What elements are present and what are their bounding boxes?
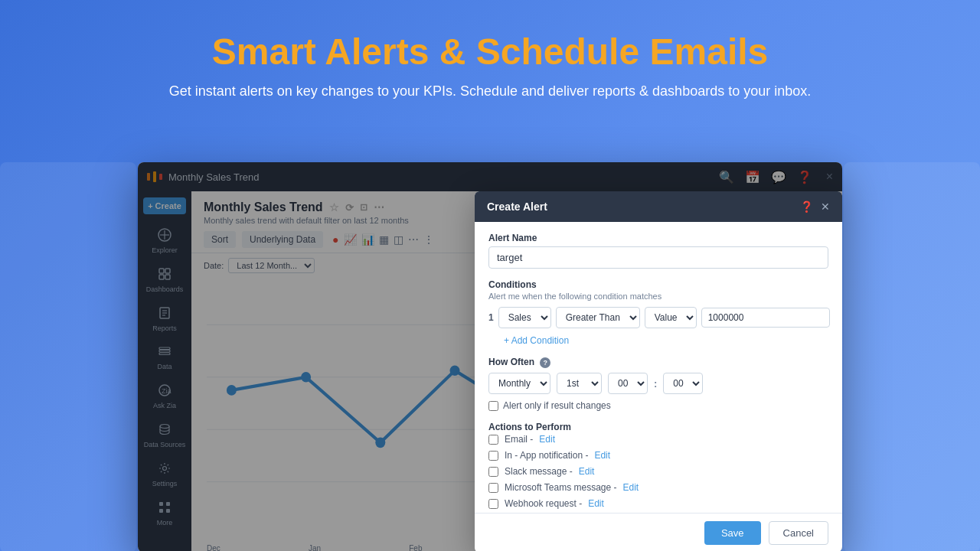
teams-label: Microsoft Teams message - <box>505 482 617 493</box>
teams-checkbox[interactable] <box>488 483 498 493</box>
inapp-edit-button[interactable]: Edit <box>594 450 610 461</box>
create-alert-modal: Create Alert ❓ ✕ Alert Name Conditions <box>475 191 842 551</box>
alert-only-checkbox[interactable] <box>488 401 498 411</box>
inapp-label: In - App notification - <box>505 450 588 461</box>
action-row-webhook: Webhook request - Edit <box>488 498 828 509</box>
page-header: Smart Alerts & Schedule Emails Get insta… <box>0 0 980 115</box>
page-subtitle: Get instant alerts on key changes to you… <box>15 83 965 99</box>
condition-value-input[interactable] <box>701 308 830 328</box>
alert-name-label: Alert Name <box>488 233 828 243</box>
conditions-section: Conditions Alert me when the following c… <box>488 279 828 346</box>
modal-header: Create Alert ❓ ✕ <box>475 191 842 222</box>
email-label: Email - <box>505 434 533 445</box>
modal-title: Create Alert <box>487 201 547 213</box>
modal-overlay: Create Alert ❓ ✕ Alert Name Conditions <box>138 191 842 551</box>
condition-operator-select[interactable]: Greater Than <box>556 307 640 328</box>
conditions-title: Conditions <box>488 279 828 290</box>
action-row-teams: Microsoft Teams message - Edit <box>488 482 828 493</box>
actions-title: Actions to Perform <box>488 422 828 432</box>
condition-number: 1 <box>488 312 494 323</box>
day-select[interactable]: 1st 2nd <box>557 373 602 394</box>
frequency-select[interactable]: Monthly Weekly Daily <box>488 373 550 394</box>
minute-select[interactable]: 00 15 <box>663 373 703 394</box>
action-row-email: Email - Edit <box>488 434 828 445</box>
condition-field-select[interactable]: Sales <box>498 307 551 328</box>
how-often-section: How Often ? Monthly Weekly Daily 1st <box>488 357 828 411</box>
teams-edit-button[interactable]: Edit <box>623 482 639 493</box>
condition-row-1: 1 Sales Greater Than Value <box>488 307 828 328</box>
alert-name-section: Alert Name <box>488 233 828 269</box>
slack-label: Slack message - <box>505 466 573 477</box>
slack-checkbox[interactable] <box>488 467 498 477</box>
alert-name-input[interactable] <box>488 246 828 269</box>
app-content: + Create Explorer Dashboards Reports <box>138 191 842 551</box>
webhook-checkbox[interactable] <box>488 499 498 509</box>
action-row-slack: Slack message - Edit <box>488 466 828 477</box>
cancel-button[interactable]: Cancel <box>769 521 828 545</box>
bg-panel-left <box>0 162 136 551</box>
time-separator: : <box>654 378 657 390</box>
email-checkbox[interactable] <box>488 435 498 445</box>
add-condition-button[interactable]: + Add Condition <box>504 335 569 346</box>
action-row-inapp: In - App notification - Edit <box>488 450 828 461</box>
inapp-checkbox[interactable] <box>488 451 498 461</box>
app-window: Monthly Sales Trend 🔍 📅 💬 ❓ × + Create E… <box>138 162 842 551</box>
modal-footer: Save Cancel <box>475 513 842 551</box>
how-often-row: Monthly Weekly Daily 1st 2nd 00 01 <box>488 373 828 394</box>
save-button[interactable]: Save <box>704 521 761 545</box>
alert-only-row: Alert only if result changes <box>488 400 828 411</box>
webhook-edit-button[interactable]: Edit <box>588 498 604 509</box>
condition-type-select[interactable]: Value <box>645 307 697 328</box>
how-often-help-icon[interactable]: ? <box>540 357 550 368</box>
modal-body: Alert Name Conditions Alert me when the … <box>475 222 842 513</box>
conditions-desc: Alert me when the following condition ma… <box>488 292 828 301</box>
how-often-label: How Often ? <box>488 357 828 368</box>
bg-panel-right <box>844 162 980 551</box>
modal-help-icon[interactable]: ❓ <box>800 201 813 213</box>
modal-header-actions: ❓ ✕ <box>800 201 830 213</box>
alert-only-label: Alert only if result changes <box>503 400 611 411</box>
modal-close-icon[interactable]: ✕ <box>821 201 830 213</box>
slack-edit-button[interactable]: Edit <box>579 466 595 477</box>
webhook-label: Webhook request - <box>505 498 582 509</box>
email-edit-button[interactable]: Edit <box>539 434 555 445</box>
hour-select[interactable]: 00 01 <box>608 373 648 394</box>
page-title: Smart Alerts & Schedule Emails <box>15 31 965 73</box>
actions-section: Actions to Perform Email - Edit In - App… <box>488 422 828 509</box>
